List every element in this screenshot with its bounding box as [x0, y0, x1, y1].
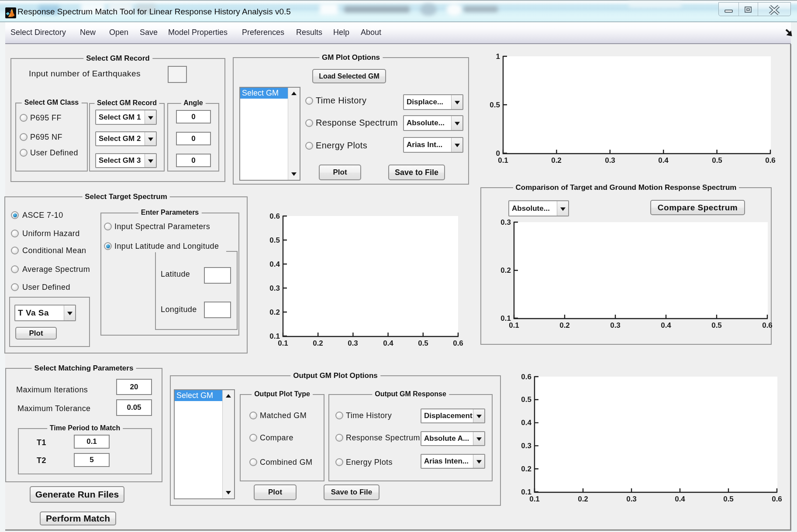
- svg-text:0.1: 0.1: [278, 339, 288, 347]
- svg-text:0.2: 0.2: [559, 321, 570, 329]
- svg-text:0.3: 0.3: [610, 321, 621, 329]
- svg-text:0.1: 0.1: [529, 495, 540, 503]
- svg-text:0.3: 0.3: [269, 284, 280, 292]
- svg-text:0.4: 0.4: [521, 419, 531, 427]
- svg-text:0.1: 0.1: [498, 156, 508, 165]
- svg-text:0.6: 0.6: [765, 156, 776, 165]
- svg-text:0.1: 0.1: [509, 321, 519, 329]
- svg-text:0.3: 0.3: [626, 495, 637, 503]
- svg-text:0.5: 0.5: [521, 395, 531, 404]
- svg-text:0.5: 0.5: [418, 339, 428, 347]
- svg-text:0.6: 0.6: [269, 212, 280, 220]
- svg-text:0.3: 0.3: [348, 339, 358, 347]
- svg-text:0.4: 0.4: [675, 495, 685, 503]
- svg-text:0.2: 0.2: [313, 339, 323, 347]
- svg-text:0.5: 0.5: [712, 156, 722, 165]
- svg-text:0.2: 0.2: [551, 156, 562, 165]
- svg-text:0.3: 0.3: [500, 218, 511, 227]
- svg-text:0.5: 0.5: [490, 101, 500, 109]
- svg-text:0.2: 0.2: [269, 308, 280, 316]
- svg-text:0.5: 0.5: [723, 495, 734, 503]
- svg-text:1: 1: [496, 52, 500, 61]
- svg-text:0.6: 0.6: [453, 339, 463, 347]
- svg-text:0.6: 0.6: [772, 495, 782, 503]
- svg-text:0.4: 0.4: [269, 260, 280, 268]
- svg-text:0.6: 0.6: [521, 373, 531, 381]
- svg-text:0.3: 0.3: [605, 156, 615, 165]
- svg-text:0.4: 0.4: [383, 339, 393, 347]
- svg-text:0.3: 0.3: [521, 442, 531, 450]
- svg-text:0.2: 0.2: [521, 465, 531, 473]
- svg-text:0.5: 0.5: [711, 321, 722, 329]
- svg-text:0.6: 0.6: [762, 321, 773, 329]
- svg-text:0.2: 0.2: [500, 266, 511, 275]
- svg-text:0.4: 0.4: [658, 156, 669, 165]
- svg-text:0.4: 0.4: [661, 321, 671, 329]
- svg-text:0.5: 0.5: [269, 236, 280, 244]
- svg-text:0.2: 0.2: [578, 495, 588, 503]
